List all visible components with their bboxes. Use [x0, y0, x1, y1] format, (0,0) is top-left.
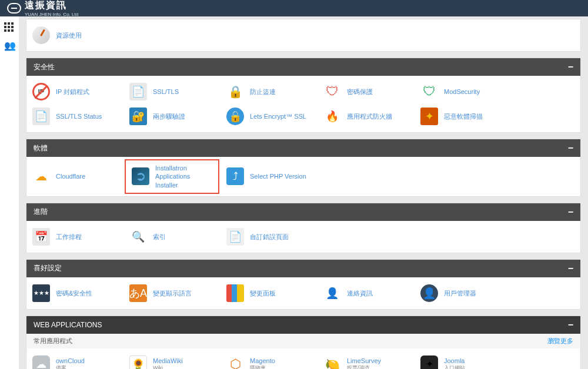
app-item[interactable]: ✦惡意軟體掃描	[415, 104, 512, 129]
item-label: 應用程式防火牆	[347, 112, 392, 120]
grid-apps-icon[interactable]	[4, 22, 15, 33]
item-label: IP 封鎖程式	[56, 88, 89, 96]
item-label: 變更面板	[250, 289, 276, 297]
partial-panel-top: 資源使用	[26, 19, 581, 52]
item-label: 用戶管理器	[444, 289, 476, 297]
app-item[interactable]: 🍋LimeSurvey投票/調查	[318, 352, 415, 369]
app-item[interactable]: 🔐兩步驟驗證	[123, 104, 220, 129]
panel-advanced: 進階 − 📅工作排程🔍索引📄自訂錯誤頁面	[26, 203, 581, 253]
item-label: 防止盜連	[250, 88, 276, 96]
cloud-icon: ☁	[32, 355, 50, 369]
app-item[interactable]: 🔒防止盜連	[220, 79, 318, 104]
app-item[interactable]: ✦Joomla入口網站	[415, 352, 512, 369]
panel-header-advanced[interactable]: 進階 −	[26, 203, 580, 221]
pass-icon: ★★★	[32, 284, 50, 302]
item-label: Magento購物車	[250, 357, 275, 369]
collapse-icon: −	[568, 263, 573, 274]
ssl-icon: 📄	[129, 83, 147, 100]
app-item[interactable]: ⤴Select PHP Version	[220, 160, 318, 193]
app-item[interactable]: 📄SSL/TLS	[123, 79, 220, 104]
shield-red-icon: 🛡	[323, 83, 341, 100]
app-item[interactable]: 🔍索引	[123, 224, 220, 249]
panel-header-webapps[interactable]: WEB APPLICATIONS −	[26, 316, 580, 334]
item-sublabel: 備案	[56, 365, 85, 369]
style-icon	[226, 284, 244, 302]
panel-title: 軟體	[34, 143, 48, 153]
item-label: Lets Encrypt™ SSL	[250, 112, 306, 120]
browse-more-link[interactable]: 瀏覽更多	[547, 337, 573, 345]
item-label: SSL/TLS Status	[56, 112, 102, 120]
panel-prefs: 喜好設定 − ★★★密碼&安全性あA變更顯示語言變更面板👤連絡資訊👤用戶管理器	[26, 259, 581, 310]
app-item[interactable]: 🛡密碼保護	[318, 79, 415, 104]
item-label: MediaWikiWiki	[153, 357, 183, 369]
contact-icon: 👤	[323, 284, 341, 302]
item-label: 惡意軟體掃描	[444, 112, 483, 120]
le-icon: 🔒	[226, 108, 244, 125]
sunflower-icon: 🌻	[129, 355, 147, 369]
panel-header-security[interactable]: 安全性 −	[26, 58, 580, 76]
app-item[interactable]: 📄自訂錯誤頁面	[220, 224, 318, 249]
sidebar: 👥	[0, 16, 19, 369]
panel-webapps: WEB APPLICATIONS − 常用應用程式 瀏覽更多 ☁ownCloud…	[26, 316, 581, 369]
resource-usage-item[interactable]: 資源使用	[26, 23, 123, 48]
brand-sub: YUAN JHEN Info. Co. Ltd	[25, 12, 78, 17]
app-item[interactable]: IPIP 封鎖程式	[26, 79, 123, 104]
item-label: ownCloud備案	[56, 357, 85, 369]
app-item[interactable]: ☁Cloudflare	[26, 160, 123, 193]
lock-icon: 🔒	[226, 83, 244, 100]
app-item[interactable]: ☁ownCloud備案	[26, 352, 123, 369]
item-label: Cloudflare	[56, 172, 85, 180]
doc-icon: 📄	[226, 228, 244, 246]
item-label: 連絡資訊	[347, 289, 373, 297]
app-item[interactable]: 👤連絡資訊	[318, 281, 415, 306]
app-item[interactable]: 📄SSL/TLS Status	[26, 104, 123, 129]
item-label: ModSecurity	[444, 88, 480, 96]
cf-icon: ☁	[32, 167, 50, 185]
app-header: 遠振資訊 YUAN JHEN Info. Co. Ltd	[0, 0, 588, 16]
main-content: 資源使用 安全性 − IPIP 封鎖程式📄SSL/TLS🔒防止盜連🛡密碼保護🛡M…	[19, 16, 588, 369]
webapps-subheader: 常用應用程式 瀏覽更多	[26, 334, 580, 348]
app-item[interactable]: Installatron Applications Installer	[125, 159, 219, 194]
panel-title: 安全性	[34, 62, 55, 72]
app-item[interactable]: 變更面板	[220, 281, 318, 306]
collapse-icon: −	[568, 207, 573, 217]
app-item[interactable]: ⬡Magento購物車	[220, 352, 318, 369]
item-label: Joomla入口網站	[444, 357, 465, 369]
users-icon[interactable]: 👥	[4, 40, 15, 51]
item-label: 索引	[153, 233, 166, 241]
app-item[interactable]: 🔒Lets Encrypt™ SSL	[220, 104, 318, 129]
app-item[interactable]: あA變更顯示語言	[123, 281, 220, 306]
item-sublabel: 購物車	[250, 365, 275, 369]
app-item[interactable]: 🔥應用程式防火牆	[318, 104, 415, 129]
app-item[interactable]: 🌻MediaWikiWiki	[123, 352, 220, 369]
item-label: 自訂錯誤頁面	[250, 233, 289, 241]
user-icon: 👤	[420, 284, 438, 302]
lime-icon: 🍋	[323, 355, 341, 369]
app-item[interactable]: 📅工作排程	[26, 224, 123, 249]
app-item[interactable]: 🛡ModSecurity	[415, 79, 512, 104]
fire-icon: 🔥	[323, 108, 341, 125]
ip-icon: IP	[32, 83, 50, 100]
item-label: 變更顯示語言	[153, 289, 192, 297]
item-label: Installatron Applications Installer	[155, 164, 212, 189]
app-item[interactable]: ★★★密碼&安全性	[26, 281, 123, 306]
item-label: 工作排程	[56, 233, 82, 241]
panel-security: 安全性 − IPIP 封鎖程式📄SSL/TLS🔒防止盜連🛡密碼保護🛡ModSec…	[26, 58, 581, 133]
panel-header-software[interactable]: 軟體 −	[26, 139, 580, 157]
panel-header-prefs[interactable]: 喜好設定 −	[26, 260, 580, 277]
item-sublabel: Wiki	[153, 365, 183, 369]
magento-icon: ⬡	[226, 355, 244, 369]
item-label: 兩步驟驗證	[153, 112, 185, 120]
collapse-icon: −	[568, 320, 573, 330]
item-label: LimeSurvey投票/調查	[347, 357, 381, 369]
panel-title: 進階	[34, 207, 48, 217]
joomla-icon: ✦	[420, 355, 438, 369]
brand-name: 遠振資訊	[25, 0, 67, 10]
webapps-subtitle: 常用應用程式	[34, 337, 72, 345]
panel-software: 軟體 − ☁CloudflareInstallatron Application…	[26, 139, 581, 197]
gauge-icon	[32, 26, 50, 44]
app-item[interactable]: 👤用戶管理器	[415, 281, 512, 306]
php-icon: ⤴	[226, 167, 244, 185]
shield-green-icon: 🛡	[420, 83, 438, 100]
item-label: Select PHP Version	[250, 172, 306, 180]
